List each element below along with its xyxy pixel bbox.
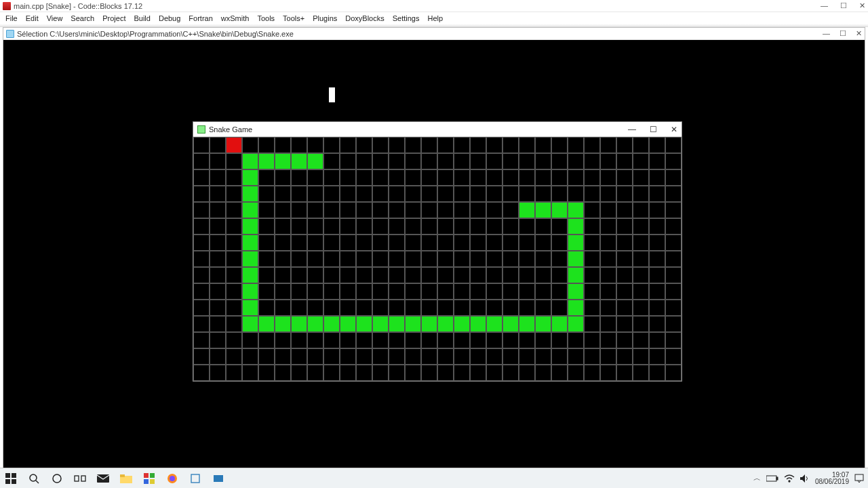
grid-cell [307, 267, 323, 283]
grid-cell [486, 348, 502, 365]
grid-cell [584, 186, 600, 202]
sound-icon[interactable] [800, 474, 810, 483]
grid-cell [340, 251, 356, 267]
menu-project[interactable]: Project [98, 14, 130, 22]
menu-settings[interactable]: Settings [389, 14, 424, 22]
grid-cell [291, 365, 307, 381]
battery-icon[interactable] [766, 475, 778, 482]
grid-cell [340, 153, 356, 169]
menu-tools[interactable]: Tools+ [279, 14, 309, 22]
menu-search[interactable]: Search [66, 14, 98, 22]
grid-cell [405, 202, 421, 218]
snake-segment [242, 267, 258, 283]
grid-cell [665, 153, 682, 169]
grid-cell [405, 235, 421, 251]
grid-cell [405, 186, 421, 202]
grid-cell [340, 137, 356, 153]
menu-wxsmith[interactable]: wxSmith [217, 14, 254, 22]
grid-cell [405, 169, 421, 186]
grid-cell [291, 251, 307, 267]
wifi-icon[interactable] [784, 474, 795, 483]
menu-tools[interactable]: Tools [253, 14, 279, 22]
grid-cell [665, 218, 682, 235]
task-view-icon[interactable] [73, 472, 87, 485]
firefox-icon[interactable] [165, 472, 179, 485]
grid-cell [307, 235, 323, 251]
grid-cell [535, 218, 551, 235]
taskbar-clock[interactable]: 19:07 08/06/2019 [815, 472, 849, 485]
clock-time: 19:07 [832, 472, 849, 479]
grid-cell [421, 153, 437, 169]
ide-menubar[interactable]: FileEditViewSearchProjectBuildDebugFortr… [0, 12, 868, 24]
close-button[interactable]: ✕ [856, 29, 862, 38]
menu-fortran[interactable]: Fortran [184, 14, 216, 22]
codeblocks-taskbar-icon[interactable] [142, 472, 156, 485]
start-button[interactable] [4, 472, 18, 485]
maximize-button[interactable]: ☐ [840, 29, 846, 38]
grid-cell [535, 137, 551, 153]
menu-file[interactable]: File [1, 14, 22, 22]
grid-cell [372, 251, 389, 267]
minimize-button[interactable]: — [628, 125, 636, 134]
grid-cell [421, 169, 437, 186]
menu-doxyblocks[interactable]: DoxyBlocks [341, 14, 388, 22]
close-button[interactable]: ✕ [859, 1, 865, 10]
grid-cell [421, 267, 437, 283]
grid-cell [600, 186, 616, 202]
grid-cell [323, 251, 340, 267]
menu-view[interactable]: View [43, 14, 67, 22]
minimize-button[interactable]: — [823, 29, 830, 38]
grid-cell [372, 218, 389, 235]
cortana-icon[interactable] [50, 472, 64, 485]
grid-cell [323, 235, 340, 251]
grid-cell [389, 235, 405, 251]
menu-debug[interactable]: Debug [155, 14, 184, 22]
grid-cell [258, 332, 275, 348]
grid-cell [454, 365, 470, 381]
snake-segment [372, 316, 389, 332]
grid-cell [193, 283, 210, 300]
maximize-button[interactable]: ☐ [840, 1, 847, 10]
grid-cell [323, 283, 340, 300]
minimize-button[interactable]: — [821, 1, 828, 10]
grid-cell [665, 267, 682, 283]
grid-cell [372, 186, 389, 202]
grid-cell [389, 137, 405, 153]
search-icon[interactable] [27, 472, 41, 485]
file-explorer-icon[interactable] [119, 472, 133, 485]
snake-segment [307, 316, 323, 332]
menu-plugins[interactable]: Plugins [309, 14, 341, 22]
grid-cell [551, 218, 568, 235]
grid-cell [519, 235, 535, 251]
menu-help[interactable]: Help [423, 14, 447, 22]
settings-icon[interactable] [189, 472, 202, 485]
grid-cell [584, 267, 600, 283]
snake-segment [551, 202, 568, 218]
grid-cell [633, 251, 649, 267]
grid-cell [421, 251, 437, 267]
maximize-button[interactable]: ☐ [650, 125, 657, 134]
snake-segment [340, 316, 356, 332]
app-icon[interactable] [212, 472, 225, 485]
grid-cell [307, 300, 323, 316]
grid-cell [421, 202, 437, 218]
menu-edit[interactable]: Edit [22, 14, 43, 22]
game-titlebar: Snake Game — ☐ ✕ [193, 122, 682, 137]
tray-chevron-icon[interactable]: ︿ [753, 473, 761, 483]
menu-build[interactable]: Build [130, 14, 154, 22]
grid-cell [323, 365, 340, 381]
grid-cell [649, 186, 665, 202]
grid-cell [405, 153, 421, 169]
grid-cell [551, 332, 568, 348]
grid-cell [519, 300, 535, 316]
close-button[interactable]: ✕ [671, 125, 677, 134]
notification-icon[interactable] [854, 474, 864, 483]
grid-cell [258, 137, 275, 153]
game-grid[interactable] [193, 137, 682, 381]
grid-cell [665, 332, 682, 348]
mail-icon[interactable] [96, 472, 110, 485]
grid-cell [307, 283, 323, 300]
grid-cell [437, 348, 454, 365]
snake-segment [389, 316, 405, 332]
grid-cell [258, 348, 275, 365]
